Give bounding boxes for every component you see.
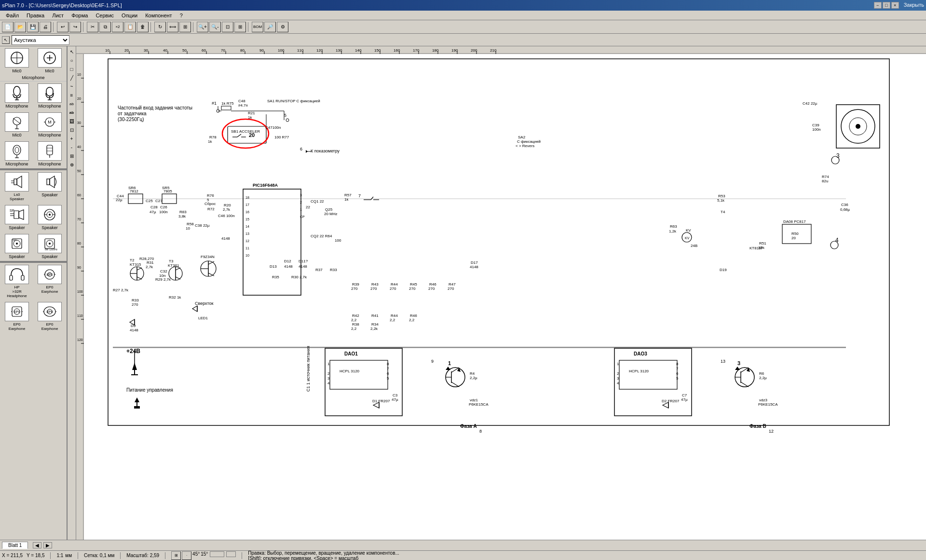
line-tool[interactable]: ╱ [68,74,76,82]
menu-help[interactable]: ? [176,12,187,19]
sidebar-item-mic0-circle[interactable]: Mic0 [2,47,32,74]
earphone3-icon: EP0 [38,302,62,321]
snap-toggle[interactable]: ⊞ [171,551,181,560]
undo-button[interactable]: ↩ [57,22,68,32]
line-style [210,551,224,557]
sidebar-item-speaker-ls0[interactable]: Ls0 Speaker [2,171,32,202]
svg-text:1k: 1k [248,115,252,120]
zoom-fit-button[interactable]: ⊡ [222,22,233,32]
new-button[interactable]: 📄 [2,22,14,32]
zoom-area-tool[interactable]: ⊡ [68,126,76,134]
schematic-drawing-area[interactable]: Частотный вход задания частоты от задатч… [84,54,926,540]
svg-text:R42: R42 [352,314,359,318]
mic-schematic-icon: M [38,112,62,132]
cut-button[interactable]: ✂ [87,22,98,32]
svg-text:HCPL 3120: HCPL 3120 [340,369,360,373]
svg-line-274 [176,277,180,279]
zoom-out-button[interactable]: 🔍- [209,22,221,32]
menu-component[interactable]: Компонент [141,12,176,19]
svg-point-6 [14,86,20,96]
delete-button[interactable]: 🗑 [137,22,149,32]
sidebar-item-headphone[interactable]: HP>32R Headphone [2,264,32,299]
copy2-button[interactable]: ×2 [112,22,123,32]
svg-rect-340 [330,360,388,389]
secondary-toolbar: ↖ Акустика Разъёмы Пассивные Активные [0,34,926,46]
svg-text:vdz1: vdz1 [470,398,478,402]
wire-tool[interactable]: ~ [68,82,76,90]
minimize-button[interactable]: − [874,2,882,9]
svg-text:100n: 100n [812,127,821,132]
image-tool[interactable]: 🖼 [68,117,76,125]
svg-text:C39: C39 [812,123,819,127]
svg-text:R50: R50 [791,232,799,236]
sidebar-row-hp: HP>32R Headphone EP0 EP0 Earphone [0,263,67,300]
svg-text:LED1: LED1 [198,316,208,320]
sidebar-item-microphone3[interactable]: Microphone [2,140,32,167]
zoom-in-tool[interactable]: + [68,135,76,142]
zoom-in-button[interactable]: 🔍+ [197,22,208,32]
maximize-button[interactable]: □ [883,2,890,9]
speaker-ls0-toplabel: Ls0 [14,192,20,197]
settings-button[interactable]: ⚙ [277,22,288,32]
sidebar-item-mic-schematic[interactable]: M Microphone [35,111,65,138]
sidebar-item-speaker4[interactable]: Speaker [35,204,65,231]
svg-text:3: 3 [300,193,302,197]
sidebar-item-microphone4[interactable]: Microphone [35,140,65,167]
svg-marker-169 [306,150,308,153]
component-tool[interactable]: ⊕ [68,161,76,168]
align-button[interactable]: ⊞ [179,22,191,32]
menu-options[interactable]: Опции [118,12,141,19]
redo-button[interactable]: ↪ [69,22,81,32]
next-page-button[interactable]: ▶ [43,542,52,548]
rect-tool[interactable]: □ [68,65,76,73]
print-button[interactable]: 🖨 [40,22,51,32]
svg-text:5: 5 [284,113,286,118]
save-button[interactable]: 💾 [27,22,39,32]
cursor-tool[interactable]: ↖ [2,36,10,44]
menu-edit[interactable]: Правка [23,12,48,19]
grid-button[interactable]: ⊞ [234,22,246,32]
grid-toggle[interactable]: · [182,551,191,560]
close-button[interactable]: × [891,2,899,9]
svg-text:R46: R46 [410,314,417,318]
open-button[interactable]: 📂 [14,22,26,32]
menu-form[interactable]: Форма [68,12,92,19]
copy-button[interactable]: ⧉ [99,22,111,32]
bom-button[interactable]: BOM [252,22,263,32]
sidebar-item-speaker3[interactable]: SP Speaker [2,204,32,231]
prev-page-button[interactable]: ◀ [33,542,41,548]
headphone-toplabel: HP>32R [12,285,21,294]
sidebar-item-earphone2[interactable]: EP0 EP0 Earphone [2,301,32,332]
page-tab-blatt1[interactable]: Blatt 1 [2,542,28,549]
sidebar-item-earphone1[interactable]: EP0 EP0 Earphone [35,264,65,299]
search-button[interactable]: 🔎 [264,22,276,32]
menu-file[interactable]: Файл [2,12,23,19]
menubar: Файл Правка Лист Форма Сервис Опции Комп… [0,11,926,20]
sidebar-item-speaker5[interactable]: SP Speaker [2,233,32,260]
svg-text:R47: R47 [449,282,456,287]
text2-tool[interactable]: ab [68,109,76,116]
sidebar-item-earphone3[interactable]: EP0 EP0 Earphone [35,301,65,332]
svg-text:8: 8 [676,362,679,366]
net-tool[interactable]: ⊞ [68,152,76,160]
mirror-button[interactable]: ⟺ [167,22,178,32]
sidebar-item-speaker6[interactable]: 8W 1200Hz Speaker [35,233,65,260]
sidebar-item-mic0-a[interactable]: Mic0 [2,111,32,138]
sidebar-item-microphone1[interactable]: Microphone [2,82,32,109]
svg-text:D12: D12 [284,259,291,263]
circle-tool[interactable]: ○ [68,56,76,64]
text-tool[interactable]: ab [68,100,76,108]
zoom-out-tool[interactable]: - [68,143,76,151]
rotate-button[interactable]: ↻ [154,22,166,32]
menu-sheet[interactable]: Лист [48,12,68,19]
menu-service[interactable]: Сервис [92,12,118,19]
select-tool[interactable]: ↖ [68,48,76,55]
paste-button[interactable]: 📋 [124,22,136,32]
sidebar-item-speaker2[interactable]: Speaker [35,171,65,202]
category-dropdown[interactable]: Акустика Разъёмы Пассивные Активные [12,35,69,45]
svg-text:14: 14 [245,225,249,228]
sidebar-item-microphone2[interactable]: Microphone [35,82,65,109]
speaker4-icon [38,205,62,224]
bus-tool[interactable]: ≡ [68,91,76,99]
sidebar-item-mic0-plus[interactable]: Mic0 [35,47,65,74]
